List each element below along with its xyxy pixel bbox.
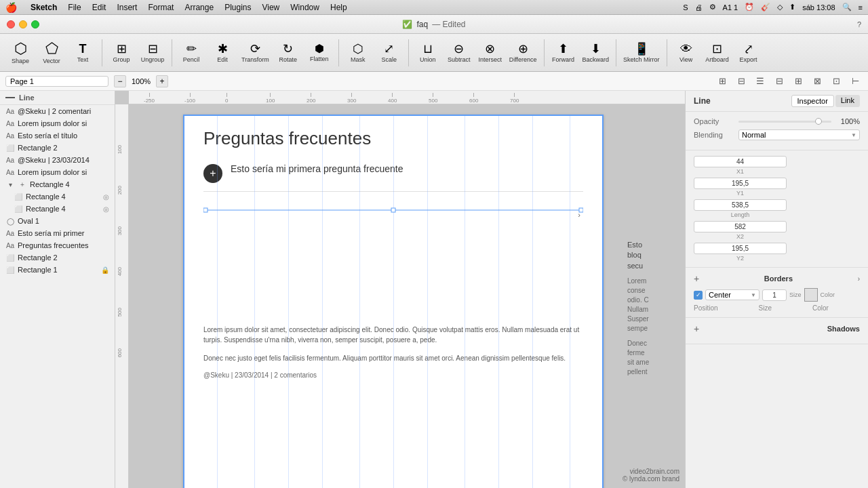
borders-add-button[interactable]: + [694, 273, 699, 284]
layer-esto-primer[interactable]: Aa Esto sería mi primer [0, 227, 115, 239]
length-input[interactable] [694, 199, 787, 211]
sketch-mirror-label: Sketch Mirror [623, 56, 660, 63]
align-bottom-icon[interactable]: ⊠ [810, 74, 825, 89]
sep1 [102, 39, 102, 66]
menu-window[interactable]: Window [290, 3, 319, 12]
tool-rotate[interactable]: ↻ Rotate [273, 37, 303, 69]
spacing-icon[interactable]: ⊢ [848, 74, 863, 89]
layer-label: Rectangle 4 [26, 205, 100, 213]
tool-backward[interactable]: ⬇ Backward [580, 37, 612, 69]
menu-arrange[interactable]: Arrange [184, 3, 214, 12]
tool-group[interactable]: ⊞ Group [106, 37, 136, 69]
layer-esto-titulo[interactable]: Aa Esto sería el título [0, 129, 115, 142]
zoom-minus-button[interactable]: − [114, 75, 126, 87]
color-col-label: Color [812, 304, 829, 312]
tool-edit[interactable]: ✱ Edit [208, 37, 237, 69]
menubar-menu-icon[interactable]: ≡ [859, 3, 863, 12]
x1-input[interactable] [694, 156, 787, 167]
page-selector[interactable] [5, 76, 108, 87]
layer-lorem-2[interactable]: Aa Lorem ipsum dolor si [0, 166, 115, 178]
layer-lorem-1[interactable]: Aa Lorem ipsum dolor si [0, 117, 115, 129]
help-button[interactable]: ? [857, 20, 861, 28]
opacity-slider[interactable] [738, 121, 831, 123]
layer-skeku-comment[interactable]: Aa @Skeku | 2 comentari [0, 105, 115, 117]
tool-artboard[interactable]: ⊡ Artboard [703, 37, 732, 69]
layer-oval-1[interactable]: ◯ Oval 1 [0, 215, 115, 227]
border-size-input[interactable] [762, 289, 787, 301]
minimize-button[interactable] [19, 20, 27, 28]
zoom-plus-button[interactable]: + [156, 75, 168, 87]
layer-skeku-date[interactable]: Aa @Skeku | 23/03/2014 [0, 154, 115, 166]
align-center-icon[interactable]: ☰ [753, 74, 768, 89]
tab-inspector[interactable]: Inspector [791, 95, 834, 107]
layer-rectangle-1[interactable]: ⬜ Rectangle 1 🔒 [0, 264, 115, 276]
export-icon: ⤤ [743, 43, 753, 55]
align-left-icon[interactable]: ⊟ [734, 74, 749, 89]
tool-scale[interactable]: ⤢ Scale [374, 37, 404, 69]
close-button[interactable] [7, 20, 15, 28]
tool-union[interactable]: ⊔ Union [413, 37, 443, 69]
tool-shape[interactable]: ⬡ Shape [5, 37, 35, 69]
menu-plugins[interactable]: Plugins [224, 3, 251, 12]
intersect-icon: ⊗ [485, 43, 495, 55]
tool-sketch-mirror[interactable]: 📱 Sketch Mirror [620, 37, 663, 69]
blending-dropdown[interactable]: Normal ▼ [738, 129, 860, 140]
canvas-area[interactable]: -250 -100 0 100 200 300 400 500 600 700 … [115, 91, 685, 488]
tool-transform[interactable]: ⟳ Transform [239, 37, 272, 69]
layer-rectangle-4-parent[interactable]: ▾ + Rectangle 4 [0, 178, 115, 190]
border-enabled-checkbox[interactable]: ✓ [694, 291, 703, 300]
tool-forward[interactable]: ⬆ Forward [549, 37, 578, 69]
rect-border-icon: ⬜ [14, 205, 23, 213]
apple-menu[interactable]: 🍎 [5, 2, 17, 13]
grid-icon[interactable]: ⊞ [715, 74, 730, 89]
tool-text[interactable]: T Text [68, 37, 98, 69]
sketch-mirror-icon: 📱 [634, 43, 649, 55]
border-position-dropdown[interactable]: Center ▼ [705, 289, 760, 300]
menu-insert[interactable]: Insert [117, 3, 137, 12]
tool-difference[interactable]: ⊕ Difference [507, 37, 540, 69]
distribute-icon[interactable]: ⊡ [829, 74, 844, 89]
maximize-button[interactable] [31, 20, 39, 28]
faq-plus-icon[interactable]: + [203, 164, 222, 183]
tool-ungroup[interactable]: ⊟ Ungroup [138, 37, 167, 69]
align-top-icon[interactable]: ⊞ [791, 74, 806, 89]
tool-mask[interactable]: ⬡ Mask [343, 37, 373, 69]
tool-export[interactable]: ⤤ Export [734, 37, 764, 69]
tool-view[interactable]: 👁 View [671, 37, 701, 69]
menubar: 🍎 Sketch File Edit Insert Format Arrange… [0, 0, 868, 15]
tool-flatten[interactable]: ⬢ Flatten [304, 37, 334, 69]
chevron-down-icon: ▾ [5, 181, 15, 188]
sep4 [408, 39, 409, 66]
menubar-search-icon[interactable]: 🔍 [842, 3, 852, 12]
sep2 [172, 39, 172, 66]
layer-preguntas[interactable]: Aa Preguntas frecuentes [0, 239, 115, 251]
inspector-panel-title: Line [694, 96, 711, 106]
borders-expand-icon[interactable]: › [858, 275, 860, 283]
export-label: Export [740, 56, 757, 63]
vector-icon: ⬠ [45, 41, 58, 56]
tool-vector[interactable]: ⬠ Vector [37, 37, 66, 69]
tab-link[interactable]: Link [835, 95, 860, 107]
y1-input[interactable] [694, 178, 787, 189]
layer-rectangle-4-child1[interactable]: ⬜ Rectangle 4 ◎ [0, 190, 115, 203]
menu-edit[interactable]: Edit [92, 3, 106, 12]
x2-input[interactable] [694, 221, 787, 232]
size-label: Size [789, 291, 802, 298]
y2-input[interactable] [694, 243, 787, 254]
menu-view[interactable]: View [262, 3, 279, 12]
border-color-swatch[interactable] [804, 288, 818, 302]
align-right-icon[interactable]: ⊟ [772, 74, 787, 89]
layer-rectangle-2b[interactable]: ⬜ Rectangle 2 [0, 251, 115, 264]
menu-format[interactable]: Format [148, 3, 174, 12]
layer-rectangle-2a[interactable]: ⬜ Rectangle 2 [0, 142, 115, 154]
tool-pencil[interactable]: ✏ Pencil [176, 37, 206, 69]
tool-subtract[interactable]: ⊖ Subtract [444, 37, 474, 69]
subtract-icon: ⊖ [454, 43, 464, 55]
subtract-label: Subtract [448, 56, 471, 63]
layer-rectangle-4-child2[interactable]: ⬜ Rectangle 4 ◎ [0, 203, 115, 215]
watermark-line1: video2brain.com [623, 468, 679, 475]
tool-intersect[interactable]: ⊗ Intersect [475, 37, 505, 69]
shadows-add-button[interactable]: + [694, 323, 699, 334]
menu-file[interactable]: File [68, 3, 81, 12]
menu-help[interactable]: Help [330, 3, 347, 12]
